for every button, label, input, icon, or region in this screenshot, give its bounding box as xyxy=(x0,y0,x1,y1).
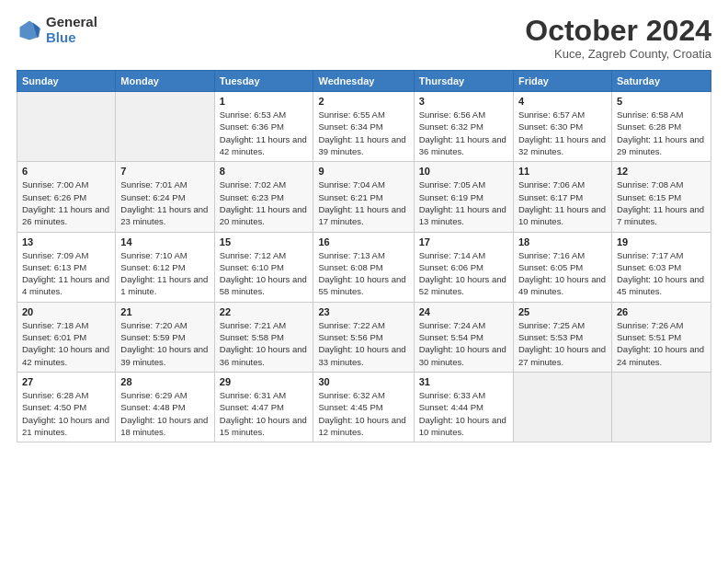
day-cell: 12Sunrise: 7:08 AMSunset: 6:15 PMDayligh… xyxy=(611,162,711,232)
day-cell: 29Sunrise: 6:31 AMSunset: 4:47 PMDayligh… xyxy=(214,372,313,442)
day-info: Sunrise: 6:29 AMSunset: 4:48 PMDaylight:… xyxy=(120,389,209,438)
day-number: 15 xyxy=(220,236,309,247)
title-area: October 2024 Kuce, Zagreb County, Croati… xyxy=(525,15,711,61)
day-cell xyxy=(513,372,611,442)
day-cell: 21Sunrise: 7:20 AMSunset: 5:59 PMDayligh… xyxy=(116,302,214,372)
day-number: 2 xyxy=(318,96,408,107)
day-cell: 5Sunrise: 6:58 AMSunset: 6:28 PMDaylight… xyxy=(611,92,711,162)
day-cell: 31Sunrise: 6:33 AMSunset: 4:44 PMDayligh… xyxy=(414,372,513,442)
week-row-1: 6Sunrise: 7:00 AMSunset: 6:26 PMDaylight… xyxy=(17,162,711,232)
week-row-4: 27Sunrise: 6:28 AMSunset: 4:50 PMDayligh… xyxy=(17,372,711,442)
logo-blue: Blue xyxy=(46,30,97,46)
day-cell: 19Sunrise: 7:17 AMSunset: 6:03 PMDayligh… xyxy=(611,232,711,302)
page: General Blue October 2024 Kuce, Zagreb C… xyxy=(0,0,728,563)
day-cell xyxy=(17,92,116,162)
day-cell: 14Sunrise: 7:10 AMSunset: 6:12 PMDayligh… xyxy=(116,232,214,302)
day-info: Sunrise: 7:09 AMSunset: 6:13 PMDaylight:… xyxy=(22,249,110,298)
day-number: 20 xyxy=(22,306,110,317)
day-cell xyxy=(116,92,214,162)
day-info: Sunrise: 7:24 AMSunset: 5:54 PMDaylight:… xyxy=(419,319,508,368)
logo: General Blue xyxy=(17,15,97,45)
day-info: Sunrise: 7:08 AMSunset: 6:15 PMDaylight:… xyxy=(617,178,706,227)
day-info: Sunrise: 7:17 AMSunset: 6:03 PMDaylight:… xyxy=(617,249,706,298)
day-number: 4 xyxy=(518,96,607,107)
day-info: Sunrise: 6:33 AMSunset: 4:44 PMDaylight:… xyxy=(419,389,508,438)
day-cell: 26Sunrise: 7:26 AMSunset: 5:51 PMDayligh… xyxy=(611,302,711,372)
day-info: Sunrise: 6:31 AMSunset: 4:47 PMDaylight:… xyxy=(220,389,309,438)
day-info: Sunrise: 7:22 AMSunset: 5:56 PMDaylight:… xyxy=(318,319,408,368)
day-cell: 20Sunrise: 7:18 AMSunset: 6:01 PMDayligh… xyxy=(17,302,116,372)
day-info: Sunrise: 7:02 AMSunset: 6:23 PMDaylight:… xyxy=(220,178,309,227)
day-number: 13 xyxy=(22,236,110,247)
day-cell xyxy=(611,372,711,442)
day-info: Sunrise: 7:20 AMSunset: 5:59 PMDaylight:… xyxy=(120,319,209,368)
day-cell: 15Sunrise: 7:12 AMSunset: 6:10 PMDayligh… xyxy=(214,232,313,302)
day-info: Sunrise: 7:00 AMSunset: 6:26 PMDaylight:… xyxy=(22,178,110,227)
day-cell: 13Sunrise: 7:09 AMSunset: 6:13 PMDayligh… xyxy=(17,232,116,302)
month-title: October 2024 xyxy=(525,15,711,47)
day-header-wednesday: Wednesday xyxy=(313,71,414,92)
location: Kuce, Zagreb County, Croatia xyxy=(525,47,711,61)
day-header-thursday: Thursday xyxy=(414,71,513,92)
day-cell: 25Sunrise: 7:25 AMSunset: 5:53 PMDayligh… xyxy=(513,302,611,372)
day-cell: 30Sunrise: 6:32 AMSunset: 4:45 PMDayligh… xyxy=(313,372,414,442)
day-cell: 1Sunrise: 6:53 AMSunset: 6:36 PMDaylight… xyxy=(214,92,313,162)
day-cell: 23Sunrise: 7:22 AMSunset: 5:56 PMDayligh… xyxy=(313,302,414,372)
day-info: Sunrise: 6:56 AMSunset: 6:32 PMDaylight:… xyxy=(419,109,508,157)
day-number: 31 xyxy=(419,376,508,387)
logo-text: General Blue xyxy=(46,15,97,45)
day-cell: 27Sunrise: 6:28 AMSunset: 4:50 PMDayligh… xyxy=(17,372,116,442)
day-info: Sunrise: 6:57 AMSunset: 6:30 PMDaylight:… xyxy=(518,109,607,157)
day-info: Sunrise: 7:05 AMSunset: 6:19 PMDaylight:… xyxy=(419,178,508,227)
day-info: Sunrise: 7:06 AMSunset: 6:17 PMDaylight:… xyxy=(518,178,607,227)
day-info: Sunrise: 6:58 AMSunset: 6:28 PMDaylight:… xyxy=(617,109,706,157)
day-number: 5 xyxy=(617,96,706,107)
day-number: 29 xyxy=(220,376,309,387)
day-cell: 2Sunrise: 6:55 AMSunset: 6:34 PMDaylight… xyxy=(313,92,414,162)
day-header-tuesday: Tuesday xyxy=(214,71,313,92)
day-cell: 18Sunrise: 7:16 AMSunset: 6:05 PMDayligh… xyxy=(513,232,611,302)
day-number: 19 xyxy=(617,236,706,247)
day-cell: 11Sunrise: 7:06 AMSunset: 6:17 PMDayligh… xyxy=(513,162,611,232)
day-cell: 24Sunrise: 7:24 AMSunset: 5:54 PMDayligh… xyxy=(414,302,513,372)
day-number: 22 xyxy=(220,306,309,317)
day-cell: 16Sunrise: 7:13 AMSunset: 6:08 PMDayligh… xyxy=(313,232,414,302)
calendar: SundayMondayTuesdayWednesdayThursdayFrid… xyxy=(17,70,711,442)
day-cell: 10Sunrise: 7:05 AMSunset: 6:19 PMDayligh… xyxy=(414,162,513,232)
day-cell: 28Sunrise: 6:29 AMSunset: 4:48 PMDayligh… xyxy=(116,372,214,442)
logo-general: General xyxy=(46,15,97,30)
day-info: Sunrise: 6:32 AMSunset: 4:45 PMDaylight:… xyxy=(318,389,408,438)
day-info: Sunrise: 6:55 AMSunset: 6:34 PMDaylight:… xyxy=(318,109,408,157)
day-info: Sunrise: 6:53 AMSunset: 6:36 PMDaylight:… xyxy=(220,109,309,157)
day-info: Sunrise: 6:28 AMSunset: 4:50 PMDaylight:… xyxy=(22,389,110,438)
day-number: 25 xyxy=(518,306,607,317)
day-info: Sunrise: 7:18 AMSunset: 6:01 PMDaylight:… xyxy=(22,319,110,368)
logo-icon xyxy=(17,17,42,43)
day-info: Sunrise: 7:10 AMSunset: 6:12 PMDaylight:… xyxy=(120,249,209,298)
day-number: 17 xyxy=(419,236,508,247)
day-number: 27 xyxy=(22,376,110,387)
day-number: 24 xyxy=(419,306,508,317)
day-header-friday: Friday xyxy=(513,71,611,92)
day-cell: 22Sunrise: 7:21 AMSunset: 5:58 PMDayligh… xyxy=(214,302,313,372)
day-number: 26 xyxy=(617,306,706,317)
day-cell: 4Sunrise: 6:57 AMSunset: 6:30 PMDaylight… xyxy=(513,92,611,162)
day-header-monday: Monday xyxy=(116,71,214,92)
day-number: 23 xyxy=(318,306,408,317)
day-number: 1 xyxy=(220,96,309,107)
calendar-header-row: SundayMondayTuesdayWednesdayThursdayFrid… xyxy=(17,71,711,92)
day-info: Sunrise: 7:25 AMSunset: 5:53 PMDaylight:… xyxy=(518,319,607,368)
day-number: 9 xyxy=(318,166,408,177)
day-header-saturday: Saturday xyxy=(611,71,711,92)
day-cell: 17Sunrise: 7:14 AMSunset: 6:06 PMDayligh… xyxy=(414,232,513,302)
day-header-sunday: Sunday xyxy=(17,71,116,92)
day-number: 12 xyxy=(617,166,706,177)
day-info: Sunrise: 7:16 AMSunset: 6:05 PMDaylight:… xyxy=(518,249,607,298)
day-number: 3 xyxy=(419,96,508,107)
header: General Blue October 2024 Kuce, Zagreb C… xyxy=(17,15,711,61)
day-number: 30 xyxy=(318,376,408,387)
day-cell: 8Sunrise: 7:02 AMSunset: 6:23 PMDaylight… xyxy=(214,162,313,232)
day-cell: 6Sunrise: 7:00 AMSunset: 6:26 PMDaylight… xyxy=(17,162,116,232)
day-number: 16 xyxy=(318,236,408,247)
day-number: 14 xyxy=(120,236,209,247)
